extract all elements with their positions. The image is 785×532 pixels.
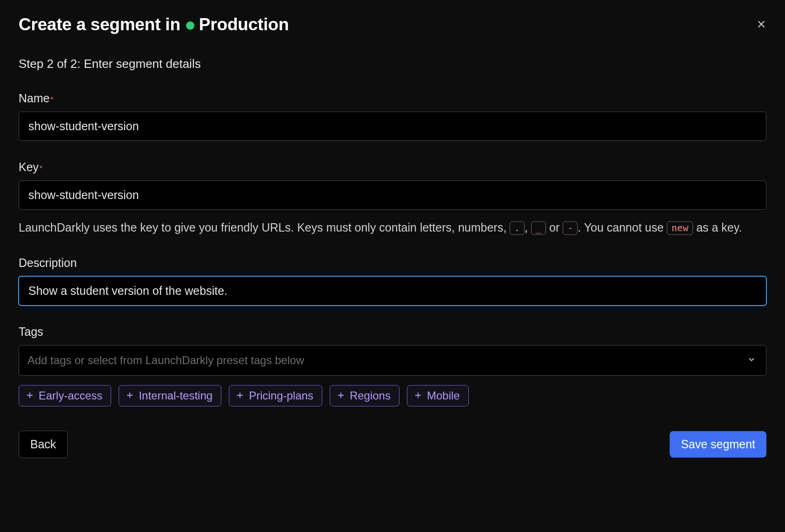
create-segment-modal: Create a segment in Production Step 2 of… bbox=[0, 0, 785, 532]
plus-icon bbox=[414, 389, 422, 402]
tag-chip-pricing-plans[interactable]: Pricing-plans bbox=[229, 385, 322, 406]
tags-input-wrap bbox=[19, 345, 766, 376]
tags-field-group: Tags Early-access Internal-testing Prici… bbox=[19, 325, 766, 406]
plus-icon bbox=[126, 389, 134, 402]
modal-footer: Back Save segment bbox=[19, 431, 766, 458]
back-button[interactable]: Back bbox=[19, 431, 68, 458]
description-input[interactable] bbox=[19, 276, 766, 306]
modal-title: Create a segment in Production bbox=[19, 15, 289, 34]
tags-input[interactable] bbox=[19, 345, 766, 376]
tag-chip-early-access[interactable]: Early-access bbox=[19, 385, 111, 406]
tag-label: Early-access bbox=[39, 389, 102, 402]
tag-chip-mobile[interactable]: Mobile bbox=[407, 385, 469, 406]
key-label: Key bbox=[19, 160, 39, 174]
close-icon bbox=[756, 19, 766, 31]
help-sep2: or bbox=[546, 221, 563, 234]
step-indicator: Step 2 of 2: Enter segment details bbox=[19, 57, 766, 71]
help-suffix: as a key. bbox=[693, 221, 742, 234]
description-label: Description bbox=[19, 256, 77, 270]
required-indicator: * bbox=[40, 165, 42, 173]
plus-icon bbox=[26, 389, 34, 402]
environment-name: Production bbox=[199, 15, 289, 34]
help-sep1: , bbox=[525, 221, 531, 234]
tag-chip-internal-testing[interactable]: Internal-testing bbox=[119, 385, 221, 406]
help-mid: . You cannot use bbox=[578, 221, 667, 234]
key-field-group: Key* LaunchDarkly uses the key to give y… bbox=[19, 160, 766, 237]
tag-label: Pricing-plans bbox=[249, 389, 313, 402]
tag-label: Mobile bbox=[427, 389, 460, 402]
name-input[interactable] bbox=[19, 112, 766, 141]
code-token-new: new bbox=[667, 221, 693, 235]
name-label: Name bbox=[19, 92, 50, 105]
help-prefix: LaunchDarkly uses the key to give you fr… bbox=[19, 221, 510, 234]
plus-icon bbox=[236, 389, 244, 402]
modal-header: Create a segment in Production bbox=[19, 15, 766, 34]
save-segment-button[interactable]: Save segment bbox=[670, 431, 766, 458]
tags-label: Tags bbox=[19, 325, 43, 339]
tag-label: Regions bbox=[350, 389, 391, 402]
title-text-prefix: Create a segment in bbox=[19, 15, 180, 34]
preset-tag-list: Early-access Internal-testing Pricing-pl… bbox=[19, 385, 766, 406]
tag-label: Internal-testing bbox=[139, 389, 213, 402]
key-helper-text: LaunchDarkly uses the key to give you fr… bbox=[19, 218, 766, 237]
code-token-underscore: _ bbox=[531, 221, 546, 235]
description-field-group: Description bbox=[19, 256, 766, 306]
required-indicator: * bbox=[51, 96, 53, 104]
environment-status-dot-icon bbox=[186, 21, 194, 30]
name-field-group: Name* bbox=[19, 92, 766, 141]
key-input[interactable] bbox=[19, 180, 766, 210]
close-button[interactable] bbox=[752, 15, 770, 34]
code-token-dot: . bbox=[510, 221, 525, 235]
tag-chip-regions[interactable]: Regions bbox=[330, 385, 399, 406]
plus-icon bbox=[337, 389, 345, 402]
code-token-dash: - bbox=[563, 221, 578, 235]
